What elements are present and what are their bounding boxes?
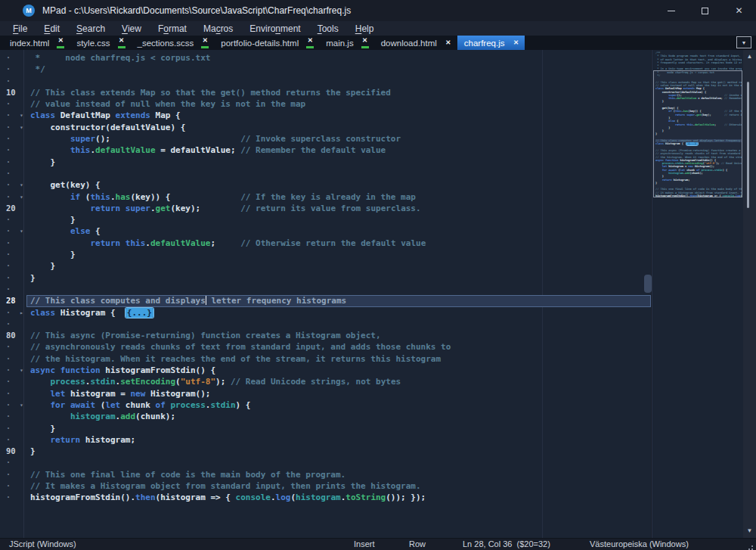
code-line[interactable]: · */	[0, 64, 651, 75]
gutter-cell: ·	[0, 214, 20, 225]
code-line[interactable]: · histogram.add(chunk);	[0, 411, 651, 422]
fold-toggle-icon[interactable]: ▾	[20, 122, 30, 133]
code-line[interactable]: 28// This class computes and displays le…	[0, 295, 651, 306]
code-line[interactable]: ·	[0, 319, 651, 330]
code-line[interactable]: ·// asynchronously reads chunks of text …	[0, 341, 651, 353]
tab-index.html[interactable]: index.html✕	[3, 36, 70, 50]
gutter-cell: ·	[0, 98, 20, 110]
app-icon: M	[23, 5, 35, 17]
code-line[interactable]: 80// This async (Promise-returning) func…	[0, 330, 651, 341]
menu-view[interactable]: View	[113, 23, 150, 34]
gutter-cell: ·	[0, 284, 20, 295]
code-line[interactable]: 90}	[0, 446, 651, 457]
code-line[interactable]: ·	[0, 168, 651, 179]
code-line[interactable]: · }	[0, 214, 651, 225]
code-line[interactable]: ·▾async function histogramFromStdin() {	[0, 365, 651, 376]
close-button[interactable]: ✕	[722, 0, 756, 21]
code-line[interactable]: 20 return super.get(key); // return its …	[0, 203, 651, 214]
code-line[interactable]: ·// It makes a Histogram object from sta…	[0, 480, 651, 492]
minimap-viewport[interactable]	[653, 70, 742, 197]
gutter-cell: ·	[0, 168, 20, 179]
code-line[interactable]: ·▾ for await (let chunk of process.stdin…	[0, 399, 651, 411]
code-line[interactable]: · super(); // Invoke superclass construc…	[0, 133, 651, 144]
code-line[interactable]: · return histogram;	[0, 434, 651, 446]
saved-indicator	[361, 46, 369, 48]
fold-toggle-icon[interactable]: ▾	[20, 179, 30, 191]
code-editor[interactable]: · * node charfreq.js < corpus.txt· */·10…	[0, 50, 651, 538]
tab-_sections.scss[interactable]: _sections.scss✕	[131, 36, 215, 50]
tab-style.css[interactable]: style.css✕	[70, 36, 130, 50]
scrollbar-thumb[interactable]	[747, 82, 749, 208]
tab-charfreq.js[interactable]: charfreq.js✕	[457, 36, 525, 50]
menu-tools[interactable]: Tools	[309, 23, 347, 34]
code-line[interactable]: ·▾ constructor(defaultValue) {	[0, 122, 651, 133]
minimap[interactable]: /** * This Node program reads text from …	[652, 50, 743, 538]
code-line[interactable]: · }	[0, 423, 651, 434]
code-line[interactable]: ·histogramFromStdin().then(histogram => …	[0, 492, 651, 503]
fold-toggle-icon[interactable]: ▾	[20, 365, 30, 376]
tab-main.js[interactable]: main.js✕	[319, 36, 373, 50]
tab-close-icon[interactable]: ✕	[511, 39, 520, 46]
code-line[interactable]: · }	[0, 157, 651, 168]
gutter-cell: 80	[0, 330, 20, 341]
gutter-cell: ·	[0, 457, 20, 468]
tab-portfolio-details.html[interactable]: portfolio-details.html✕	[214, 36, 319, 50]
code-line[interactable]: · * node charfreq.js < corpus.txt	[0, 52, 651, 64]
tab-list-dropdown-button[interactable]: ▼	[736, 36, 751, 48]
menu-macros[interactable]: Macros	[195, 23, 241, 34]
tab-close-icon[interactable]: ✕	[117, 37, 126, 48]
tab-download.html[interactable]: download.html✕	[374, 36, 457, 50]
gutter-cell: ·	[0, 260, 20, 272]
menu-search[interactable]: Search	[68, 23, 113, 34]
code-line[interactable]: 10// This class extends Map so that the …	[0, 87, 651, 98]
code-line[interactable]: ·// This one final line of code is the m…	[0, 469, 651, 480]
scroll-up-icon[interactable]: ▲	[743, 51, 756, 62]
vertical-scrollbar[interactable]: ▲ ▼	[743, 50, 756, 538]
fold-toggle-icon[interactable]: ▾	[20, 110, 30, 121]
code-line[interactable]: ·▾ get(key) {	[0, 179, 651, 191]
menu-edit[interactable]: Edit	[36, 23, 68, 34]
tab-close-icon[interactable]: ✕	[361, 37, 370, 48]
tab-close-icon[interactable]: ✕	[305, 37, 314, 48]
gutter-cell: ·	[0, 64, 20, 75]
code-line[interactable]: ·	[0, 284, 651, 295]
fold-toggle-icon[interactable]: ▾	[20, 399, 30, 411]
code-line[interactable]: · }	[0, 249, 651, 260]
menu-environment[interactable]: Environment	[241, 23, 308, 34]
code-line[interactable]: ·▾ if (this.has(key)) { // If the key is…	[0, 191, 651, 203]
code-line[interactable]: · process.stdin.setEncoding("utf-8"); //…	[0, 376, 651, 387]
tab-close-icon[interactable]: ✕	[444, 39, 453, 46]
fold-toggle-icon[interactable]: ▸	[20, 307, 30, 319]
fold-toggle-icon[interactable]: ▾	[20, 191, 30, 203]
menu-format[interactable]: Format	[150, 23, 195, 34]
tab-close-icon[interactable]: ✕	[200, 37, 209, 48]
maximize-button[interactable]	[688, 0, 722, 21]
code-line[interactable]: · }	[0, 260, 651, 272]
code-line[interactable]: ·// the histogram. When it reaches the e…	[0, 353, 651, 365]
code-line[interactable]: · let histogram = new Histogram();	[0, 388, 651, 399]
menu-file[interactable]: File	[5, 23, 36, 34]
resize-grip-icon[interactable]	[751, 545, 753, 547]
gutter-cell: 20	[0, 203, 20, 214]
code-line[interactable]: ·▾class DefaultMap extends Map {	[0, 110, 651, 121]
code-line[interactable]: · this.defaultValue = defaultValue; // R…	[0, 144, 651, 156]
code-line[interactable]: ·▸class Histogram { {...}	[0, 307, 651, 319]
fold-toggle-icon[interactable]: ▾	[20, 225, 30, 237]
code-line[interactable]: ·}	[0, 272, 651, 284]
code-line[interactable]: ·// value instead of null when the key i…	[0, 98, 651, 110]
gutter-cell: ·	[0, 133, 20, 144]
code-line[interactable]: ·	[0, 76, 651, 87]
code-line[interactable]: ·▾ else {	[0, 225, 651, 237]
saved-indicator	[57, 46, 64, 48]
code-line[interactable]: · return this.defaultValue; // Otherwise…	[0, 238, 651, 249]
tab-label: charfreq.js	[464, 39, 505, 48]
gutter-cell: ·	[0, 492, 20, 503]
scroll-down-icon[interactable]: ▼	[743, 526, 756, 536]
gutter-cell: ·	[0, 52, 20, 64]
gutter-cell: 28	[0, 295, 20, 306]
minimize-button[interactable]	[654, 0, 688, 21]
tab-close-icon[interactable]: ✕	[56, 37, 65, 48]
code-line[interactable]: ·	[0, 457, 651, 468]
fold-placeholder[interactable]: {...}	[125, 308, 153, 318]
menu-help[interactable]: Help	[347, 23, 383, 34]
